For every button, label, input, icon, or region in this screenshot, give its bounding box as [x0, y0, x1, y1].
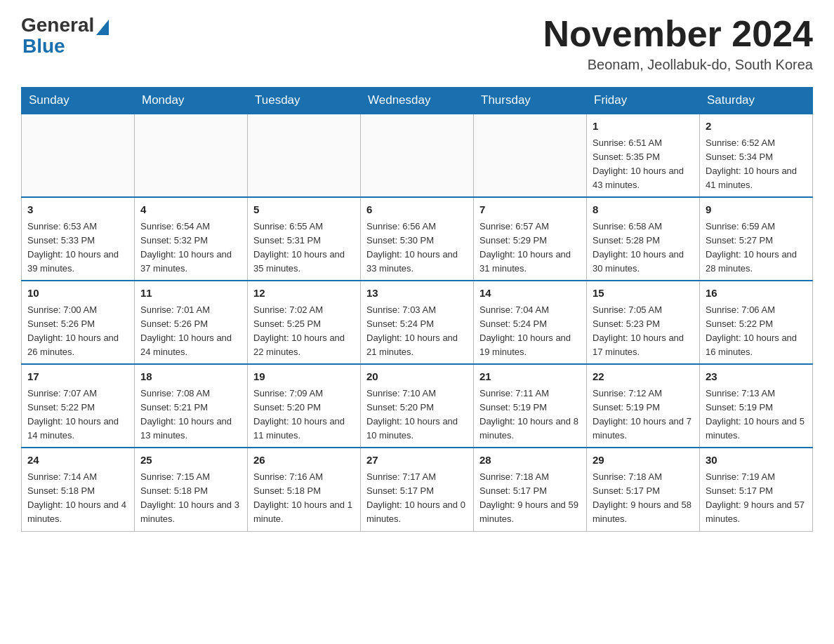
table-row: 9Sunrise: 6:59 AMSunset: 5:27 PMDaylight… — [700, 197, 813, 281]
day-info: Sunrise: 7:19 AMSunset: 5:17 PMDaylight:… — [706, 470, 807, 527]
calendar-week-5: 24Sunrise: 7:14 AMSunset: 5:18 PMDayligh… — [22, 448, 813, 531]
table-row — [361, 114, 474, 197]
day-info: Sunrise: 6:51 AMSunset: 5:35 PMDaylight:… — [593, 136, 694, 193]
table-row: 30Sunrise: 7:19 AMSunset: 5:17 PMDayligh… — [700, 448, 813, 531]
table-row: 3Sunrise: 6:53 AMSunset: 5:33 PMDaylight… — [22, 197, 135, 281]
table-row — [248, 114, 361, 197]
day-info: Sunrise: 7:07 AMSunset: 5:22 PMDaylight:… — [27, 387, 128, 443]
day-number: 11 — [140, 286, 241, 302]
table-row: 28Sunrise: 7:18 AMSunset: 5:17 PMDayligh… — [474, 448, 587, 531]
day-info: Sunrise: 7:18 AMSunset: 5:17 PMDaylight:… — [479, 470, 581, 527]
day-info: Sunrise: 7:11 AMSunset: 5:19 PMDaylight:… — [479, 387, 581, 443]
day-number: 21 — [479, 369, 581, 385]
day-info: Sunrise: 7:16 AMSunset: 5:18 PMDaylight:… — [253, 470, 355, 527]
day-number: 13 — [366, 286, 468, 302]
col-saturday: Saturday — [700, 88, 813, 114]
table-row: 10Sunrise: 7:00 AMSunset: 5:26 PMDayligh… — [22, 281, 135, 364]
svg-marker-0 — [96, 20, 109, 35]
day-number: 17 — [27, 369, 128, 385]
calendar-week-4: 17Sunrise: 7:07 AMSunset: 5:22 PMDayligh… — [22, 364, 813, 448]
table-row — [135, 114, 248, 197]
table-row: 2Sunrise: 6:52 AMSunset: 5:34 PMDaylight… — [700, 114, 813, 197]
day-info: Sunrise: 6:53 AMSunset: 5:33 PMDaylight:… — [27, 220, 128, 276]
day-info: Sunrise: 7:03 AMSunset: 5:24 PMDaylight:… — [366, 303, 468, 360]
calendar-header-row: Sunday Monday Tuesday Wednesday Thursday… — [22, 88, 813, 114]
day-info: Sunrise: 7:10 AMSunset: 5:20 PMDaylight:… — [366, 387, 468, 443]
calendar-table: Sunday Monday Tuesday Wednesday Thursday… — [21, 87, 813, 531]
col-sunday: Sunday — [22, 88, 135, 114]
day-info: Sunrise: 7:05 AMSunset: 5:23 PMDaylight:… — [593, 303, 694, 360]
title-block: November 2024 Beonam, Jeollabuk-do, Sout… — [543, 14, 813, 73]
table-row: 4Sunrise: 6:54 AMSunset: 5:32 PMDaylight… — [135, 197, 248, 281]
table-row: 29Sunrise: 7:18 AMSunset: 5:17 PMDayligh… — [587, 448, 700, 531]
table-row: 27Sunrise: 7:17 AMSunset: 5:17 PMDayligh… — [361, 448, 474, 531]
day-info: Sunrise: 7:15 AMSunset: 5:18 PMDaylight:… — [140, 470, 241, 527]
day-number: 4 — [140, 202, 241, 218]
day-info: Sunrise: 7:06 AMSunset: 5:22 PMDaylight:… — [706, 303, 807, 360]
table-row: 12Sunrise: 7:02 AMSunset: 5:25 PMDayligh… — [248, 281, 361, 364]
table-row — [22, 114, 135, 197]
day-info: Sunrise: 6:57 AMSunset: 5:29 PMDaylight:… — [479, 220, 581, 276]
day-number: 10 — [27, 286, 128, 302]
table-row: 23Sunrise: 7:13 AMSunset: 5:19 PMDayligh… — [700, 364, 813, 448]
day-number: 12 — [253, 286, 355, 302]
logo[interactable]: General Blue — [21, 14, 109, 58]
table-row: 11Sunrise: 7:01 AMSunset: 5:26 PMDayligh… — [135, 281, 248, 364]
calendar-week-2: 3Sunrise: 6:53 AMSunset: 5:33 PMDaylight… — [22, 197, 813, 281]
day-number: 20 — [366, 369, 468, 385]
table-row: 22Sunrise: 7:12 AMSunset: 5:19 PMDayligh… — [587, 364, 700, 448]
logo-general-text: General — [21, 14, 94, 36]
day-number: 3 — [27, 202, 128, 218]
page-header: General Blue November 2024 Beonam, Jeoll… — [21, 14, 813, 73]
col-thursday: Thursday — [474, 88, 587, 114]
table-row: 20Sunrise: 7:10 AMSunset: 5:20 PMDayligh… — [361, 364, 474, 448]
col-wednesday: Wednesday — [361, 88, 474, 114]
day-number: 22 — [593, 369, 694, 385]
day-info: Sunrise: 7:02 AMSunset: 5:25 PMDaylight:… — [253, 303, 355, 360]
day-number: 1 — [593, 119, 694, 135]
logo-blue-text: Blue — [22, 35, 65, 57]
col-tuesday: Tuesday — [248, 88, 361, 114]
day-info: Sunrise: 7:04 AMSunset: 5:24 PMDaylight:… — [479, 303, 581, 360]
day-info: Sunrise: 7:01 AMSunset: 5:26 PMDaylight:… — [140, 303, 241, 360]
day-info: Sunrise: 7:09 AMSunset: 5:20 PMDaylight:… — [253, 387, 355, 443]
calendar-week-1: 1Sunrise: 6:51 AMSunset: 5:35 PMDaylight… — [22, 114, 813, 197]
day-number: 2 — [706, 119, 807, 135]
table-row: 15Sunrise: 7:05 AMSunset: 5:23 PMDayligh… — [587, 281, 700, 364]
day-info: Sunrise: 7:12 AMSunset: 5:19 PMDaylight:… — [593, 387, 694, 443]
day-info: Sunrise: 6:59 AMSunset: 5:27 PMDaylight:… — [706, 220, 807, 276]
day-info: Sunrise: 7:18 AMSunset: 5:17 PMDaylight:… — [593, 470, 694, 527]
table-row: 1Sunrise: 6:51 AMSunset: 5:35 PMDaylight… — [587, 114, 700, 197]
day-number: 19 — [253, 369, 355, 385]
day-info: Sunrise: 7:00 AMSunset: 5:26 PMDaylight:… — [27, 303, 128, 360]
col-friday: Friday — [587, 88, 700, 114]
day-number: 6 — [366, 202, 468, 218]
day-number: 9 — [706, 202, 807, 218]
day-info: Sunrise: 6:55 AMSunset: 5:31 PMDaylight:… — [253, 220, 355, 276]
day-info: Sunrise: 6:54 AMSunset: 5:32 PMDaylight:… — [140, 220, 241, 276]
page-title: November 2024 — [543, 14, 813, 54]
table-row: 26Sunrise: 7:16 AMSunset: 5:18 PMDayligh… — [248, 448, 361, 531]
day-info: Sunrise: 7:08 AMSunset: 5:21 PMDaylight:… — [140, 387, 241, 443]
day-number: 23 — [706, 369, 807, 385]
day-number: 8 — [593, 202, 694, 218]
table-row: 13Sunrise: 7:03 AMSunset: 5:24 PMDayligh… — [361, 281, 474, 364]
table-row — [474, 114, 587, 197]
day-info: Sunrise: 7:13 AMSunset: 5:19 PMDaylight:… — [706, 387, 807, 443]
table-row: 17Sunrise: 7:07 AMSunset: 5:22 PMDayligh… — [22, 364, 135, 448]
page-subtitle: Beonam, Jeollabuk-do, South Korea — [543, 57, 813, 73]
table-row: 24Sunrise: 7:14 AMSunset: 5:18 PMDayligh… — [22, 448, 135, 531]
day-info: Sunrise: 7:17 AMSunset: 5:17 PMDaylight:… — [366, 470, 468, 527]
day-number: 7 — [479, 202, 581, 218]
table-row: 8Sunrise: 6:58 AMSunset: 5:28 PMDaylight… — [587, 197, 700, 281]
day-number: 30 — [706, 452, 807, 469]
day-number: 29 — [593, 452, 694, 469]
day-number: 25 — [140, 452, 241, 469]
day-number: 18 — [140, 369, 241, 385]
day-number: 5 — [253, 202, 355, 218]
day-info: Sunrise: 6:52 AMSunset: 5:34 PMDaylight:… — [706, 136, 807, 193]
day-number: 14 — [479, 286, 581, 302]
day-number: 15 — [593, 286, 694, 302]
day-number: 26 — [253, 452, 355, 469]
day-info: Sunrise: 7:14 AMSunset: 5:18 PMDaylight:… — [27, 470, 128, 527]
